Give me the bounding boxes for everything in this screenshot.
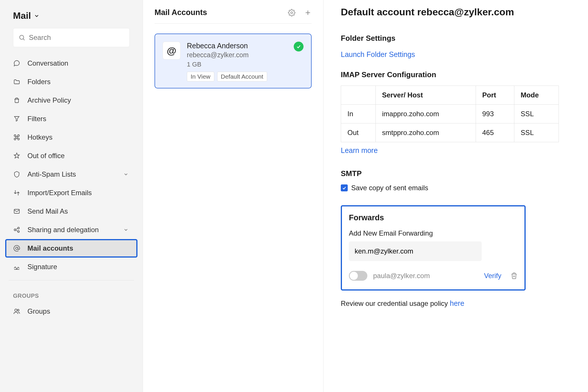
import-export-icon — [13, 189, 21, 197]
policy-text: Review our credential usage policy here — [341, 299, 571, 308]
folder-icon — [13, 78, 21, 86]
forwards-sub: Add New Email Forwarding — [349, 229, 518, 237]
account-avatar: @ — [163, 42, 181, 60]
nav-label: Import/Export Emails — [27, 189, 92, 197]
sidebar-item-folders[interactable]: Folders — [0, 73, 143, 91]
launch-folder-settings-link[interactable]: Launch Folder Settings — [341, 50, 415, 58]
svg-line-6 — [16, 229, 18, 230]
gear-icon[interactable] — [288, 9, 295, 16]
policy-link[interactable]: here — [450, 299, 464, 307]
sidebar-title: Mail — [13, 10, 31, 21]
airplane-icon — [13, 152, 21, 160]
nav-label: Filters — [27, 115, 46, 123]
col-server: Server/ Host — [375, 86, 476, 105]
pending-forward-email: paula@zylker.com — [373, 272, 478, 280]
divider — [9, 280, 134, 280]
sidebar-item-import-export[interactable]: Import/Export Emails — [0, 184, 143, 202]
learn-more-link[interactable]: Learn more — [341, 146, 378, 154]
nav-label: Out of office — [27, 152, 65, 160]
nav-label: Hotkeys — [27, 133, 53, 141]
nav-label: Send Mail As — [27, 207, 68, 215]
chevron-down-icon — [34, 13, 40, 19]
search-input[interactable] — [29, 34, 124, 42]
nav-label: Sharing and delegation — [27, 226, 99, 234]
table-row: Out smtppro.zoho.com 465 SSL — [341, 123, 559, 142]
badge-default: Default Account — [217, 72, 267, 82]
chevron-down-icon — [122, 226, 130, 234]
imap-table: Server/ Host Port Mode In imappro.zoho.c… — [341, 86, 559, 142]
folder-settings-heading: Folder Settings — [341, 34, 571, 43]
badge-in-view: In View — [187, 72, 214, 82]
groups-section-label: GROUPS — [0, 284, 143, 302]
sidebar-item-mail-accounts[interactable]: Mail accounts — [5, 239, 137, 258]
forwards-panel: Forwards Add New Email Forwarding paula@… — [341, 205, 526, 291]
send-as-icon — [13, 208, 21, 215]
sidebar-item-archive-policy[interactable]: Archive Policy — [0, 91, 143, 110]
mail-menu-dropdown[interactable]: Mail — [0, 7, 143, 28]
detail-title: Default account rebecca@zylker.com — [341, 6, 571, 18]
account-size: 1 GB — [187, 61, 304, 68]
search-input-container[interactable] — [13, 28, 130, 47]
svg-point-3 — [14, 229, 16, 231]
imap-heading: IMAP Server Configuration — [341, 70, 571, 79]
sidebar-item-filters[interactable]: Filters — [0, 110, 143, 128]
groups-icon — [13, 308, 21, 315]
forward-email-input[interactable] — [349, 241, 482, 261]
sidebar-item-groups[interactable]: Groups — [0, 302, 143, 321]
account-name: Rebecca Anderson — [187, 42, 304, 50]
smtp-heading: SMTP — [341, 169, 571, 178]
trash-icon[interactable] — [511, 272, 518, 279]
svg-point-4 — [18, 227, 19, 229]
nav-label: Anti-Spam Lists — [27, 170, 76, 178]
nav-label: Archive Policy — [27, 96, 71, 104]
col-mode: Mode — [514, 86, 559, 105]
search-icon — [18, 34, 25, 41]
nav-label: Folders — [27, 78, 51, 86]
account-email: rebecca@zylker.com — [187, 51, 304, 59]
sidebar-item-out-of-office[interactable]: Out of office — [0, 147, 143, 165]
col-port: Port — [476, 86, 514, 105]
add-account-icon[interactable] — [304, 9, 312, 16]
svg-point-12 — [291, 12, 293, 14]
sidebar: Mail Conversation Folders Archive Policy… — [0, 0, 143, 392]
nav-label: Signature — [27, 263, 57, 271]
sidebar-item-conversation[interactable]: Conversation — [0, 54, 143, 73]
sidebar-item-send-mail-as[interactable]: Send Mail As — [0, 202, 143, 221]
archive-icon — [13, 97, 21, 104]
sidebar-item-anti-spam[interactable]: Anti-Spam Lists — [0, 165, 143, 184]
save-copy-label: Save copy of sent emails — [351, 184, 428, 192]
check-circle-icon — [294, 42, 304, 51]
sidebar-item-sharing[interactable]: Sharing and delegation — [0, 221, 143, 239]
forwards-heading: Forwards — [349, 213, 518, 222]
account-card[interactable]: @ Rebecca Anderson rebecca@zylker.com 1 … — [155, 34, 312, 88]
svg-line-7 — [16, 230, 18, 231]
nav-label: Groups — [27, 307, 50, 315]
accounts-column: Mail Accounts @ Rebecca Anderson rebecca… — [143, 0, 323, 392]
svg-line-1 — [23, 39, 25, 40]
table-row: In imappro.zoho.com 993 SSL — [341, 105, 559, 123]
svg-point-5 — [18, 231, 19, 232]
share-icon — [13, 226, 21, 234]
detail-pane: Default account rebecca@zylker.com Folde… — [323, 0, 588, 392]
sidebar-item-hotkeys[interactable]: Hotkeys — [0, 128, 143, 147]
verify-button[interactable]: Verify — [484, 272, 501, 280]
forward-toggle[interactable] — [349, 271, 367, 281]
command-icon — [13, 134, 21, 141]
signature-icon — [13, 263, 21, 271]
accounts-header: Mail Accounts — [155, 8, 312, 24]
svg-point-10 — [15, 309, 17, 311]
accounts-title: Mail Accounts — [155, 8, 207, 17]
at-sign-icon — [13, 245, 21, 252]
nav-label: Conversation — [27, 59, 68, 67]
shield-icon — [13, 171, 21, 178]
svg-point-0 — [20, 35, 24, 39]
nav-label: Mail accounts — [27, 244, 73, 252]
sidebar-item-signature[interactable]: Signature — [0, 258, 143, 276]
save-copy-checkbox[interactable] — [341, 184, 348, 191]
chevron-down-icon — [122, 171, 130, 178]
svg-point-11 — [17, 309, 19, 311]
svg-point-8 — [16, 247, 18, 249]
conversation-icon — [13, 60, 21, 67]
filter-icon — [13, 115, 21, 123]
